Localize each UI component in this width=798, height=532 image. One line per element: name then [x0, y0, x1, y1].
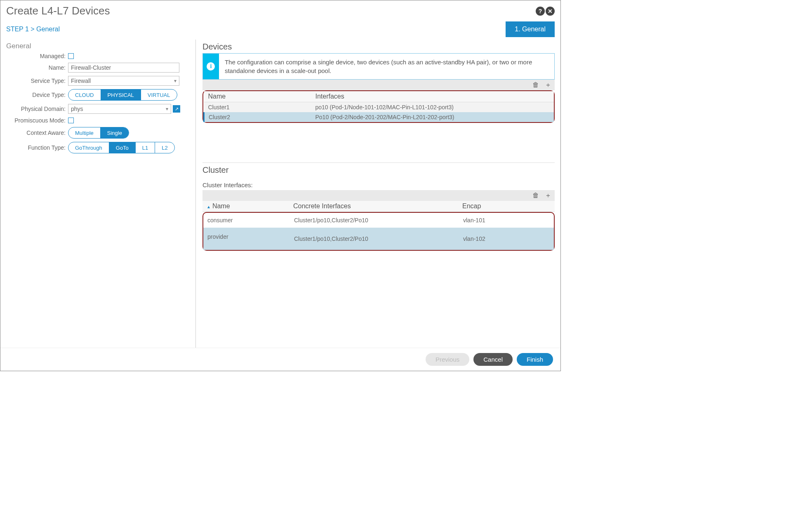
devices-table: Name Interfaces Cluster1 po10 (Pod-1/Nod… — [203, 91, 554, 122]
name-field[interactable] — [68, 63, 179, 73]
device-type-toggle: CLOUD PHYSICAL VIRTUAL — [68, 89, 177, 101]
cluster-table-body: consumer Cluster1/po10,Cluster2/Po10 vla… — [203, 213, 554, 250]
trash-icon[interactable]: 🗑 — [532, 192, 539, 199]
dialog-title: Create L4-L7 Devices — [6, 5, 110, 17]
function-type-toggle: GoThrough GoTo L1 L2 — [68, 142, 175, 153]
info-badge: i — [203, 54, 219, 79]
dialog-window: Create L4-L7 Devices ? ✕ STEP 1 > Genera… — [0, 0, 561, 371]
add-icon[interactable]: ＋ — [545, 191, 551, 200]
promiscuous-checkbox[interactable] — [68, 118, 74, 123]
cluster-interfaces-label: Cluster Interfaces: — [202, 181, 555, 188]
info-text: The configuration can comprise a single … — [219, 54, 554, 79]
physical-domain-select[interactable]: phys ▾ — [68, 104, 171, 114]
close-icon[interactable]: ✕ — [546, 7, 555, 16]
cluster-header-row: ▲Name Concrete Interfaces Encap — [202, 201, 555, 212]
open-external-icon[interactable]: ↗ — [173, 105, 180, 113]
physical-domain-label: Physical Domain: — [6, 106, 68, 112]
row-function-type: Function Type: GoThrough GoTo L1 L2 — [6, 142, 189, 153]
cluster-name-cell: consumer — [203, 213, 290, 228]
physical-domain-value: phys — [71, 106, 83, 112]
cluster-encap-cell: vlan-102 — [459, 228, 554, 250]
row-physical-domain: Physical Domain: phys ▾ ↗ — [6, 104, 189, 114]
right-panel: Devices i The configuration can comprise… — [196, 40, 555, 348]
help-icon[interactable]: ? — [536, 7, 545, 16]
name-label: Name: — [6, 64, 68, 71]
device-type-virtual[interactable]: VIRTUAL — [141, 89, 177, 100]
table-row[interactable]: Cluster2 Po10 (Pod-2/Node-201-202/MAC-Pi… — [204, 112, 554, 122]
finish-button[interactable]: Finish — [517, 353, 553, 366]
devices-section-title: Devices — [202, 42, 555, 52]
devices-highlight: Name Interfaces Cluster1 po10 (Pod-1/Nod… — [202, 90, 555, 123]
table-row[interactable]: provider Cluster1/po10,Cluster2/Po10 vla… — [203, 228, 554, 250]
step-bar: STEP 1 > General 1. General — [0, 20, 560, 40]
table-row[interactable]: Cluster1 po10 (Pod-1/Node-101-102/MAC-Pi… — [204, 102, 554, 113]
sort-asc-icon: ▲ — [207, 205, 211, 209]
function-type-gothrough[interactable]: GoThrough — [68, 142, 109, 153]
table-row[interactable]: consumer Cluster1/po10,Cluster2/Po10 vla… — [203, 213, 554, 228]
chevron-down-icon: ▾ — [166, 106, 168, 112]
device-interfaces-cell: Po10 (Pod-2/Node-201-202/MAC-Pin-L201-20… — [311, 112, 554, 122]
spacer — [202, 177, 555, 181]
device-name-cell: Cluster1 — [204, 102, 311, 113]
service-type-label: Service Type: — [6, 78, 68, 84]
cluster-col-concrete[interactable]: Concrete Interfaces — [289, 201, 458, 212]
separator — [202, 162, 555, 163]
device-type-physical[interactable]: PHYSICAL — [101, 89, 141, 100]
context-aware-label: Context Aware: — [6, 129, 68, 136]
devices-col-interfaces[interactable]: Interfaces — [311, 91, 554, 102]
function-type-label: Function Type: — [6, 144, 68, 151]
device-type-cloud[interactable]: CLOUD — [68, 89, 101, 100]
cluster-col-name-text: Name — [212, 202, 230, 210]
row-context-aware: Context Aware: Multiple Single — [6, 127, 189, 139]
cluster-concrete-cell: Cluster1/po10,Cluster2/Po10 — [290, 228, 459, 250]
managed-checkbox[interactable] — [68, 53, 74, 59]
step-crumb: STEP 1 > General — [6, 26, 60, 33]
device-type-label: Device Type: — [6, 92, 68, 98]
row-service-type: Service Type: Firewall ▾ — [6, 76, 189, 86]
devices-header-row: Name Interfaces — [204, 91, 554, 102]
managed-label: Managed: — [6, 53, 68, 59]
chevron-down-icon: ▾ — [174, 78, 177, 84]
row-device-type: Device Type: CLOUD PHYSICAL VIRTUAL — [6, 89, 189, 101]
service-type-select[interactable]: Firewall ▾ — [68, 76, 179, 86]
cluster-toolbar: 🗑 ＋ — [202, 190, 555, 201]
title-bar: Create L4-L7 Devices ? ✕ — [0, 0, 560, 20]
devices-col-name[interactable]: Name — [204, 91, 311, 102]
cluster-col-name[interactable]: ▲Name — [202, 201, 289, 212]
cluster-encap-cell: vlan-101 — [459, 213, 554, 228]
spacer — [202, 123, 555, 160]
devices-toolbar: 🗑 ＋ — [202, 80, 555, 90]
function-type-l1[interactable]: L1 — [135, 142, 155, 153]
title-controls: ? ✕ — [536, 7, 555, 16]
cluster-name-cell: provider — [203, 228, 290, 250]
service-type-value: Firewall — [71, 78, 91, 84]
function-type-l2[interactable]: L2 — [155, 142, 174, 153]
context-aware-single[interactable]: Single — [100, 127, 129, 138]
dialog-footer: Previous Cancel Finish — [0, 348, 560, 371]
add-icon[interactable]: ＋ — [545, 81, 551, 89]
row-managed: Managed: — [6, 53, 189, 59]
context-aware-toggle: Multiple Single — [68, 127, 129, 139]
trash-icon[interactable]: 🗑 — [532, 81, 539, 89]
cluster-concrete-cell: Cluster1/po10,Cluster2/Po10 — [290, 213, 459, 228]
previous-button: Previous — [426, 353, 469, 366]
cluster-col-encap[interactable]: Encap — [458, 201, 555, 212]
info-banner: i The configuration can comprise a singl… — [202, 53, 555, 80]
general-section-label: General — [6, 42, 189, 50]
info-icon: i — [207, 62, 215, 71]
context-aware-multiple[interactable]: Multiple — [68, 127, 100, 138]
cluster-highlight: consumer Cluster1/po10,Cluster2/Po10 vla… — [202, 212, 555, 251]
cluster-section-title: Cluster — [202, 165, 555, 175]
cluster-table: ▲Name Concrete Interfaces Encap — [202, 201, 555, 212]
row-promiscuous: Promiscuous Mode: — [6, 117, 189, 124]
row-name: Name: — [6, 63, 189, 73]
step-tab-general[interactable]: 1. General — [506, 21, 555, 37]
device-name-cell: Cluster2 — [204, 112, 311, 122]
promiscuous-label: Promiscuous Mode: — [6, 117, 68, 124]
function-type-goto[interactable]: GoTo — [109, 142, 135, 153]
general-form: General Managed: Name: Service Type: Fir… — [6, 40, 196, 348]
cancel-button[interactable]: Cancel — [473, 353, 513, 366]
device-interfaces-cell: po10 (Pod-1/Node-101-102/MAC-Pin-L101-10… — [311, 102, 554, 113]
main-area: General Managed: Name: Service Type: Fir… — [0, 40, 560, 348]
